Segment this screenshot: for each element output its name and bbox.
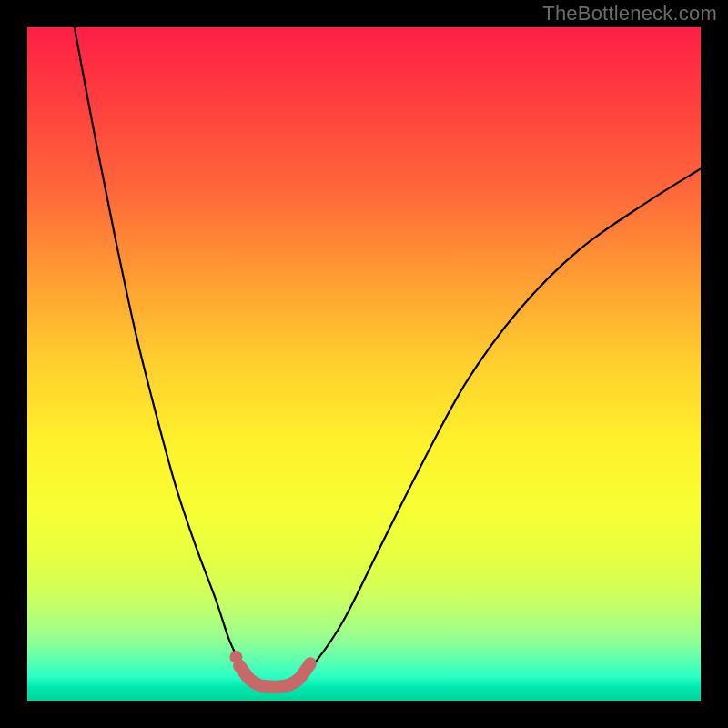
valley-highlight-curve: [239, 663, 310, 686]
watermark-text: TheBottleneck.com: [542, 2, 717, 25]
left-branch-curve: [75, 27, 253, 681]
chart-frame: TheBottleneck.com: [0, 0, 728, 728]
curve-layer: [27, 27, 701, 701]
plot-area: [27, 27, 701, 701]
valley-dot: [229, 651, 242, 663]
right-branch-curve: [297, 168, 701, 680]
